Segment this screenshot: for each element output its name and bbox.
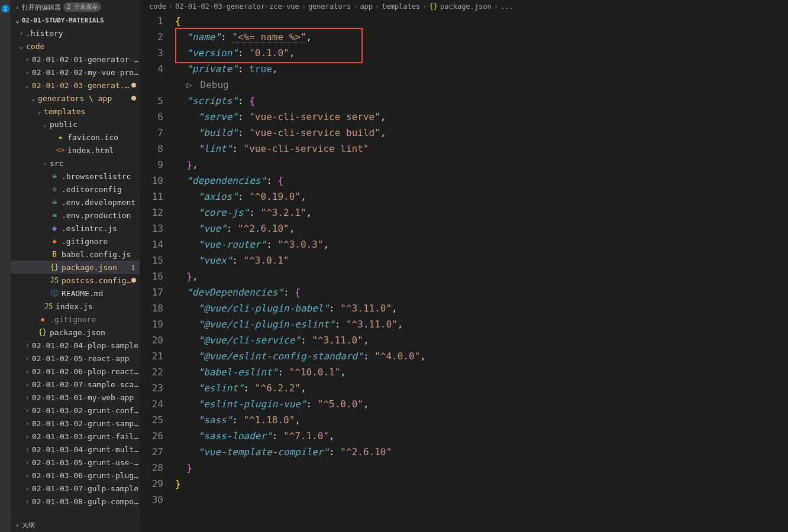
debug-codelens[interactable]: ▷ Debug bbox=[175, 77, 788, 93]
line-number: 6 bbox=[140, 109, 163, 125]
code-line[interactable]: "dependencies": { bbox=[175, 173, 788, 189]
open-editors-header[interactable]: › 打开的编辑器 2 个未保存 bbox=[11, 0, 140, 14]
editor[interactable]: 1234567891011121314151617181920212223242… bbox=[140, 13, 788, 532]
breadcrumb-segment[interactable]: package.json bbox=[440, 2, 492, 11]
code-line[interactable]: "serve": "vue-cli-service serve", bbox=[175, 109, 788, 125]
breadcrumb-segment[interactable]: code bbox=[149, 2, 166, 11]
tree-folder[interactable]: ›02-01-03-06-grunt-plugins bbox=[11, 469, 140, 482]
code-line[interactable] bbox=[175, 492, 788, 508]
code-line[interactable]: "@vue/cli-plugin-babel": "^3.11.0", bbox=[175, 300, 788, 316]
tree-item-label: templates bbox=[44, 107, 140, 116]
code-line[interactable]: "vue": "^2.6.10", bbox=[175, 220, 788, 236]
code-line[interactable]: "name": "<%= name %>", bbox=[175, 29, 788, 45]
breadcrumb-segment[interactable]: ... bbox=[500, 2, 514, 11]
code-line[interactable]: "@vue/eslint-config-standard": "^4.0.0", bbox=[175, 348, 788, 364]
tree-folder[interactable]: ›02-01-02-06-plop-react-app bbox=[11, 365, 140, 378]
tree-file[interactable]: ★favicon.ico bbox=[11, 131, 140, 144]
tree-folder[interactable]: ›02-01-03-01-my-web-app bbox=[11, 391, 140, 404]
tree-file[interactable]: {}package.json1 bbox=[11, 261, 140, 274]
code-line[interactable]: "sass-loader": "^7.1.0", bbox=[175, 428, 788, 444]
tree-folder[interactable]: ⌄generators \ app bbox=[11, 92, 140, 105]
chevron-icon: › bbox=[22, 498, 32, 505]
tree-folder[interactable]: ⌄public bbox=[11, 118, 140, 131]
tree-file[interactable]: ⚙.editorconfig bbox=[11, 183, 140, 196]
outline-header[interactable]: › 大纲 bbox=[11, 518, 140, 532]
code-line[interactable]: "devDependencies": { bbox=[175, 284, 788, 300]
code-line[interactable]: "axios": "^0.19.0", bbox=[175, 189, 788, 205]
line-number: 9 bbox=[140, 157, 163, 173]
chevron-icon: › bbox=[22, 381, 32, 388]
tree-file[interactable]: ≡.env.development bbox=[11, 196, 140, 209]
tree-folder[interactable]: ›02-01-03-02-grunt-config bbox=[11, 404, 140, 417]
line-number: 17 bbox=[140, 284, 163, 300]
code-line[interactable]: "private": true, bbox=[175, 61, 788, 77]
tree-item-label: src bbox=[50, 159, 140, 168]
tree-folder[interactable]: ›02-01-03-05-grunt-use-pl... bbox=[11, 456, 140, 469]
tree-file[interactable]: ◆.gitignore bbox=[11, 235, 140, 248]
tree-file[interactable]: JSindex.js bbox=[11, 300, 140, 313]
tree-item-label: 02-01-02-02-my-vue-proj... bbox=[32, 68, 140, 77]
tree-folder[interactable]: ›02-01-03-02-grunt-sample bbox=[11, 417, 140, 430]
chevron-icon: › bbox=[22, 69, 32, 76]
code-line[interactable]: "build": "vue-cli-service build", bbox=[175, 125, 788, 141]
tree-folder[interactable]: ›02-01-03-08-gulp-compos... bbox=[11, 495, 140, 508]
line-number: 22 bbox=[140, 364, 163, 380]
tree-folder[interactable]: ›src bbox=[11, 157, 140, 170]
tree-file[interactable]: ≡.browserslistrc bbox=[11, 170, 140, 183]
workspace-header[interactable]: ⌄ 02-01-STUDY-MATERIALS bbox=[11, 14, 140, 27]
tree-folder[interactable]: ›02-01-03-04-grunt-multi-t... bbox=[11, 443, 140, 456]
code-line[interactable]: "vuex": "^3.0.1" bbox=[175, 252, 788, 268]
chevron-icon: › bbox=[22, 407, 32, 414]
tree-folder[interactable]: ›02-01-03-07-gulp-sample bbox=[11, 482, 140, 495]
code-line[interactable]: }, bbox=[175, 268, 788, 284]
code-line[interactable]: "eslint-plugin-vue": "^5.0.0", bbox=[175, 396, 788, 412]
tree-file[interactable]: ◉.eslintrc.js bbox=[11, 222, 140, 235]
breadcrumb-segment[interactable]: 02-01-02-03-generator-zce-vue bbox=[175, 2, 299, 11]
code-line[interactable]: "eslint": "^6.2.2", bbox=[175, 380, 788, 396]
code-line[interactable]: } bbox=[175, 476, 788, 492]
code-line[interactable]: "@vue/cli-plugin-eslint": "^3.11.0", bbox=[175, 316, 788, 332]
tree-folder[interactable]: ›02-01-02-05-react-app bbox=[11, 352, 140, 365]
code-line[interactable]: "version": "0.1.0", bbox=[175, 45, 788, 61]
code-line[interactable]: } bbox=[175, 460, 788, 476]
line-number: 20 bbox=[140, 332, 163, 348]
code-content[interactable]: { "name": "<%= name %>", "version": "0.1… bbox=[175, 13, 788, 532]
code-line[interactable]: "vue-template-compiler": "^2.6.10" bbox=[175, 444, 788, 460]
tree-folder[interactable]: ›02-01-02-04-plop-sample bbox=[11, 339, 140, 352]
tree-file[interactable]: <>index.html bbox=[11, 144, 140, 157]
code-line[interactable]: "lint": "vue-cli-service lint" bbox=[175, 141, 788, 157]
tree-folder[interactable]: ›02-01-02-01-generator-sa... bbox=[11, 53, 140, 66]
chevron-down-icon: ⌄ bbox=[15, 17, 20, 24]
tree-file[interactable]: Bbabel.config.js bbox=[11, 248, 140, 261]
tree-folder[interactable]: ⌄templates bbox=[11, 105, 140, 118]
code-line[interactable]: }, bbox=[175, 157, 788, 173]
code-line[interactable]: "sass": "^1.18.0", bbox=[175, 412, 788, 428]
tree-folder[interactable]: ›02-01-02-02-my-vue-proj... bbox=[11, 66, 140, 79]
code-line[interactable]: "babel-eslint": "^10.0.1", bbox=[175, 364, 788, 380]
tree-folder[interactable]: ⌄code bbox=[11, 40, 140, 53]
babel-icon: B bbox=[50, 250, 59, 258]
git-icon: ◆ bbox=[38, 315, 47, 323]
code-line[interactable]: "vue-router": "^3.0.3", bbox=[175, 236, 788, 252]
tree-file[interactable]: {}package.json bbox=[11, 326, 140, 339]
file-tree[interactable]: ›.history⌄code›02-01-02-01-generator-sa.… bbox=[11, 27, 140, 518]
code-line[interactable]: "scripts": { bbox=[175, 93, 788, 109]
tree-file[interactable]: JSpostcss.config.js bbox=[11, 274, 140, 287]
breadcrumb-segment[interactable]: generators bbox=[308, 2, 351, 11]
breadcrumb-segment[interactable]: app bbox=[360, 2, 373, 11]
tree-item-label: .gitignore bbox=[62, 237, 140, 246]
tree-item-label: 02-01-02-07-sample-scaff... bbox=[32, 380, 140, 389]
tree-file[interactable]: ◆.gitignore bbox=[11, 313, 140, 326]
tree-file[interactable]: ⓘREADME.md bbox=[11, 287, 140, 300]
tree-file[interactable]: ≡.env.production bbox=[11, 209, 140, 222]
breadcrumb[interactable]: code›02-01-02-03-generator-zce-vue›gener… bbox=[140, 0, 788, 13]
tree-folder[interactable]: ⌄02-01-02-03-generat... bbox=[11, 79, 140, 92]
notification-badge[interactable]: 2 bbox=[1, 5, 9, 13]
tree-folder[interactable]: ›.history bbox=[11, 27, 140, 40]
tree-folder[interactable]: ›02-01-02-07-sample-scaff... bbox=[11, 378, 140, 391]
code-line[interactable]: { bbox=[175, 13, 788, 29]
code-line[interactable]: "core-js": "^3.2.1", bbox=[175, 205, 788, 220]
code-line[interactable]: "@vue/cli-service": "^3.11.0", bbox=[175, 332, 788, 348]
breadcrumb-segment[interactable]: templates bbox=[382, 2, 420, 11]
tree-folder[interactable]: ›02-01-03-03-grunt-failed bbox=[11, 430, 140, 443]
